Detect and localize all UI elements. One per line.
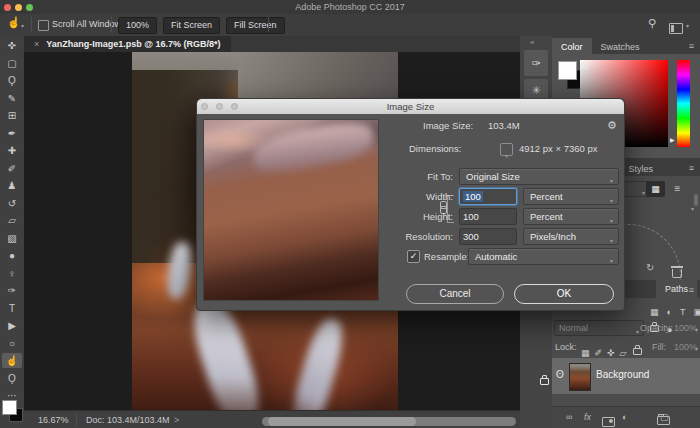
- resample-checkbox[interactable]: ✓: [407, 250, 420, 263]
- opacity-caret-icon[interactable]: ▾: [695, 326, 698, 333]
- scroll-all-windows-label: Scroll All Windows: [52, 19, 126, 29]
- fit-to-select[interactable]: Original Size▾: [459, 168, 619, 185]
- dialog-options-gear-icon[interactable]: ⚙: [607, 119, 617, 132]
- fit-screen-button[interactable]: Fit Screen: [163, 17, 220, 34]
- dialog-zoom-icon[interactable]: [231, 103, 238, 110]
- layer-locked-icon[interactable]: [540, 378, 549, 385]
- path-selection-tool[interactable]: ▶: [2, 318, 22, 333]
- zoom-level[interactable]: 16.67%: [38, 415, 69, 425]
- dialog-minimize-icon[interactable]: [216, 103, 223, 110]
- layer-thumbnail[interactable]: [569, 363, 591, 391]
- options-bar: ☝ ▾ Scroll All Windows 100%Fit ScreenFil…: [0, 14, 700, 37]
- resolution-unit-select[interactable]: Pixels/Inch▾: [523, 228, 619, 245]
- filter-pixel-icon[interactable]: ▦: [650, 307, 659, 317]
- filter-shape-icon[interactable]: ▣: [693, 307, 700, 317]
- close-tab-icon[interactable]: ×: [34, 39, 39, 49]
- layer-visibility-icon[interactable]: ʘ: [556, 369, 564, 380]
- crop-tool[interactable]: ⊞: [2, 108, 22, 123]
- ok-button[interactable]: OK: [514, 284, 614, 304]
- fill-value[interactable]: 100%: [674, 342, 697, 352]
- zoom-100-button[interactable]: 100%: [118, 17, 157, 34]
- foreground-color-swatch[interactable]: [2, 400, 17, 415]
- shape-tool[interactable]: ○: [2, 336, 22, 351]
- lock-paint-icon[interactable]: ✐: [595, 348, 603, 358]
- dialog-close-icon[interactable]: [201, 103, 208, 110]
- workspace-caret-icon[interactable]: ▾: [686, 22, 689, 29]
- image-size-value: 103.4M: [488, 117, 520, 134]
- hand-tool[interactable]: ☝: [2, 353, 22, 368]
- link-layers-icon[interactable]: ∞: [566, 412, 572, 422]
- fg-color-well[interactable]: [558, 61, 577, 80]
- healing-brush-tool[interactable]: ✚: [2, 143, 22, 158]
- horizontal-scrollbar-track[interactable]: [262, 417, 516, 426]
- eyedropper-tool[interactable]: ✒: [2, 126, 22, 141]
- blur-tool[interactable]: ●: [2, 248, 22, 263]
- resample-select[interactable]: Automatic▾: [468, 248, 619, 265]
- width-unit-select[interactable]: Percent▾: [523, 188, 619, 205]
- add-mask-icon[interactable]: [602, 417, 615, 427]
- lock-all-icon[interactable]: [633, 348, 642, 355]
- adjustment-layer-icon[interactable]: ◐: [622, 412, 627, 422]
- marquee-tool[interactable]: ▢: [2, 56, 22, 71]
- filter-adjustment-icon[interactable]: ◐: [667, 307, 672, 317]
- status-chevron-icon[interactable]: >: [174, 415, 179, 425]
- hue-slider-marker[interactable]: ▶: [670, 136, 675, 143]
- layer-name[interactable]: Background: [596, 369, 649, 380]
- fit-to-label: Fit To:: [353, 168, 453, 185]
- grid-view-button[interactable]: ▦: [646, 181, 665, 197]
- fill-caret-icon[interactable]: ▾: [695, 345, 698, 352]
- layers-bottom-bar: ∞ fx ◐ ▢: [552, 406, 700, 428]
- width-input[interactable]: 100: [459, 188, 517, 205]
- layer-effects-icon[interactable]: fx: [584, 412, 591, 422]
- brush-tool[interactable]: ✐: [2, 161, 22, 176]
- lasso-tool[interactable]: Ϙ: [2, 73, 22, 88]
- color-panel-tabs: ColorSwatches ≡: [552, 36, 700, 54]
- color-picker-marker[interactable]: [581, 61, 589, 69]
- cancel-button[interactable]: Cancel: [406, 284, 504, 304]
- zoom-tool[interactable]: Ǫ: [2, 371, 22, 386]
- search-library-caret-icon[interactable]: ▾: [691, 205, 694, 212]
- clone-stamp-tool[interactable]: ♟: [2, 178, 22, 193]
- dialog-titlebar[interactable]: Image Size: [197, 99, 624, 114]
- height-input[interactable]: 100: [459, 208, 517, 225]
- lock-artboard-icon[interactable]: ▱: [620, 348, 627, 358]
- workspace-switcher-icon[interactable]: [669, 23, 683, 34]
- dimensions-caret-button[interactable]: ▾: [500, 143, 513, 156]
- opacity-value[interactable]: 100%: [674, 323, 697, 333]
- panel-scrollbar[interactable]: [694, 194, 698, 206]
- eraser-tool[interactable]: ▱: [2, 213, 22, 228]
- type-tool[interactable]: T: [2, 301, 22, 316]
- sync-icon[interactable]: ↻: [646, 262, 654, 273]
- lock-move-icon[interactable]: ✜: [607, 348, 615, 358]
- document-tab[interactable]: ×YanZhang-Image1.psb @ 16.7% (RGB/8*): [24, 36, 231, 52]
- new-layer-icon[interactable]: ▢: [660, 412, 669, 422]
- search-icon[interactable]: ⚲: [648, 17, 656, 30]
- gradient-tool[interactable]: ▧: [2, 231, 22, 246]
- blend-mode-select[interactable]: Normal ▾: [554, 320, 644, 336]
- photoshop-window: Adobe Photoshop CC 2017 ☝ ▾ Scroll All W…: [0, 0, 700, 428]
- pen-tool[interactable]: ✑: [2, 283, 22, 298]
- window-titlebar: Adobe Photoshop CC 2017: [0, 0, 700, 14]
- tool-preset-caret-icon[interactable]: ▾: [21, 22, 24, 29]
- lock-transparency-icon[interactable]: ▦: [581, 348, 590, 358]
- fill-screen-button[interactable]: Fill Screen: [226, 17, 285, 34]
- brush-presets-panel-icon[interactable]: ✑: [524, 50, 548, 76]
- middle-panel-menu-icon[interactable]: ≡: [689, 163, 694, 173]
- color-panel-menu-icon[interactable]: ≡: [689, 41, 694, 51]
- resolution-input[interactable]: 300: [459, 228, 517, 245]
- quick-selection-tool[interactable]: ✎: [2, 91, 22, 106]
- list-view-button[interactable]: ≡: [668, 181, 687, 197]
- scroll-all-windows-checkbox[interactable]: [38, 20, 49, 31]
- delete-icon[interactable]: [672, 269, 682, 278]
- expand-panels-icon[interactable]: «: [530, 38, 534, 47]
- dodge-tool[interactable]: ♀: [2, 266, 22, 281]
- filter-type-icon[interactable]: T: [680, 307, 686, 317]
- hue-slider[interactable]: [677, 60, 690, 147]
- history-brush-tool[interactable]: ↺: [2, 196, 22, 211]
- move-tool[interactable]: ✜: [2, 38, 22, 53]
- layer-row-background[interactable]: ʘ Background: [552, 358, 700, 394]
- layers-panel-menu-icon[interactable]: ≡: [689, 285, 694, 295]
- app-title: Adobe Photoshop CC 2017: [0, 0, 700, 14]
- height-unit-select[interactable]: Percent▾: [523, 208, 619, 225]
- horizontal-scrollbar-thumb[interactable]: [268, 417, 416, 426]
